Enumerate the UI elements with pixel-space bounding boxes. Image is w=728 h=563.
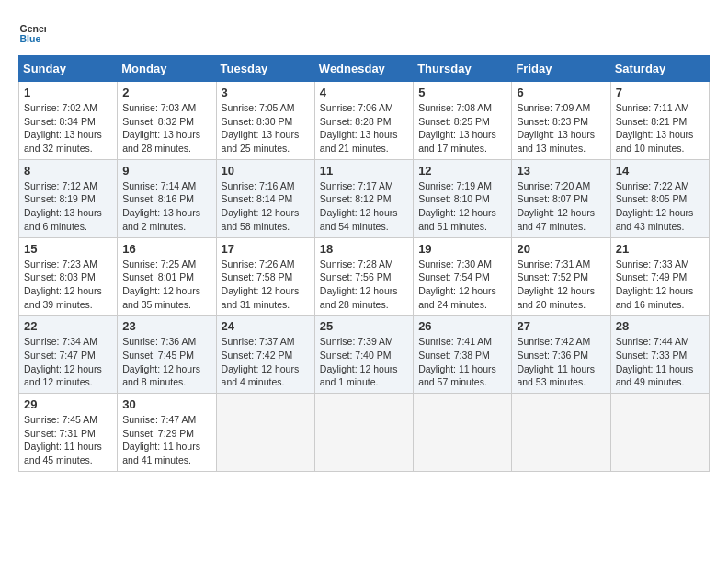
calendar-cell: 20Sunrise: 7:31 AMSunset: 7:52 PMDayligh… [512, 237, 610, 316]
day-detail: Sunrise: 7:34 AMSunset: 7:47 PMDaylight:… [24, 335, 112, 389]
calendar-cell [512, 394, 610, 472]
calendar-cell: 15Sunrise: 7:23 AMSunset: 8:03 PMDayligh… [19, 237, 118, 316]
day-of-week-header: Thursday [414, 56, 512, 82]
day-number: 8 [24, 164, 112, 178]
day-number: 16 [122, 242, 210, 256]
day-number: 3 [222, 86, 310, 99]
day-detail: Sunrise: 7:33 AMSunset: 7:49 PMDaylight:… [616, 258, 704, 312]
day-of-week-header: Saturday [610, 56, 709, 82]
day-detail: Sunrise: 7:03 AMSunset: 8:32 PMDaylight:… [122, 101, 210, 155]
calendar-cell: 30Sunrise: 7:47 AMSunset: 7:29 PMDayligh… [118, 394, 216, 472]
day-number: 30 [122, 397, 210, 411]
calendar-cell: 9Sunrise: 7:14 AMSunset: 8:16 PMDaylight… [118, 159, 216, 237]
day-detail: Sunrise: 7:16 AMSunset: 8:14 PMDaylight:… [222, 179, 310, 234]
day-number: 5 [418, 86, 506, 99]
calendar-cell: 21Sunrise: 7:33 AMSunset: 7:49 PMDayligh… [610, 237, 709, 316]
day-detail: Sunrise: 7:30 AMSunset: 7:54 PMDaylight:… [418, 258, 506, 312]
day-number: 14 [616, 164, 704, 178]
day-number: 4 [320, 86, 408, 99]
day-detail: Sunrise: 7:19 AMSunset: 8:10 PMDaylight:… [418, 179, 506, 234]
day-detail: Sunrise: 7:42 AMSunset: 7:36 PMDaylight:… [517, 335, 605, 389]
day-detail: Sunrise: 7:17 AMSunset: 8:12 PMDaylight:… [320, 179, 408, 234]
day-number: 29 [24, 397, 112, 411]
day-detail: Sunrise: 7:23 AMSunset: 8:03 PMDaylight:… [24, 258, 112, 312]
day-detail: Sunrise: 7:41 AMSunset: 7:38 PMDaylight:… [418, 335, 506, 389]
day-number: 1 [24, 86, 112, 99]
calendar-cell: 16Sunrise: 7:25 AMSunset: 8:01 PMDayligh… [118, 237, 216, 316]
day-detail: Sunrise: 7:22 AMSunset: 8:05 PMDaylight:… [616, 179, 704, 234]
day-of-week-header: Friday [512, 56, 610, 82]
calendar-week-row: 8Sunrise: 7:12 AMSunset: 8:19 PMDaylight… [19, 159, 710, 237]
day-detail: Sunrise: 7:02 AMSunset: 8:34 PMDaylight:… [24, 101, 112, 155]
calendar-cell: 6Sunrise: 7:09 AMSunset: 8:23 PMDaylight… [512, 82, 610, 160]
day-detail: Sunrise: 7:12 AMSunset: 8:19 PMDaylight:… [24, 179, 112, 234]
calendar-week-row: 22Sunrise: 7:34 AMSunset: 7:47 PMDayligh… [19, 316, 710, 394]
day-number: 2 [122, 86, 210, 99]
calendar-cell [610, 394, 709, 472]
calendar-cell: 27Sunrise: 7:42 AMSunset: 7:36 PMDayligh… [512, 316, 610, 394]
calendar-cell: 19Sunrise: 7:30 AMSunset: 7:54 PMDayligh… [414, 237, 512, 316]
calendar-cell [314, 394, 413, 472]
day-number: 28 [616, 319, 704, 333]
calendar-cell: 22Sunrise: 7:34 AMSunset: 7:47 PMDayligh… [19, 316, 118, 394]
calendar-cell: 4Sunrise: 7:06 AMSunset: 8:28 PMDaylight… [314, 82, 413, 160]
calendar-cell: 23Sunrise: 7:36 AMSunset: 7:45 PMDayligh… [118, 316, 216, 394]
day-detail: Sunrise: 7:39 AMSunset: 7:40 PMDaylight:… [320, 335, 408, 389]
day-number: 18 [320, 242, 408, 256]
calendar-header-row: SundayMondayTuesdayWednesdayThursdayFrid… [19, 56, 710, 82]
svg-text:Blue: Blue [20, 33, 41, 44]
day-of-week-header: Wednesday [314, 56, 413, 82]
calendar-cell: 7Sunrise: 7:11 AMSunset: 8:21 PMDaylight… [610, 82, 709, 160]
day-number: 12 [418, 164, 506, 178]
calendar-cell: 26Sunrise: 7:41 AMSunset: 7:38 PMDayligh… [414, 316, 512, 394]
day-number: 17 [222, 242, 310, 256]
day-of-week-header: Sunday [19, 56, 118, 82]
calendar-cell: 2Sunrise: 7:03 AMSunset: 8:32 PMDaylight… [118, 82, 216, 160]
calendar-cell: 12Sunrise: 7:19 AMSunset: 8:10 PMDayligh… [414, 159, 512, 237]
day-number: 23 [122, 319, 210, 333]
calendar-table: SundayMondayTuesdayWednesdayThursdayFrid… [18, 55, 710, 472]
calendar-cell: 11Sunrise: 7:17 AMSunset: 8:12 PMDayligh… [314, 159, 413, 237]
day-detail: Sunrise: 7:11 AMSunset: 8:21 PMDaylight:… [616, 101, 704, 155]
calendar-cell: 28Sunrise: 7:44 AMSunset: 7:33 PMDayligh… [610, 316, 709, 394]
day-detail: Sunrise: 7:28 AMSunset: 7:56 PMDaylight:… [320, 258, 408, 312]
day-detail: Sunrise: 7:08 AMSunset: 8:25 PMDaylight:… [418, 101, 506, 155]
day-detail: Sunrise: 7:25 AMSunset: 8:01 PMDaylight:… [122, 258, 210, 312]
day-detail: Sunrise: 7:06 AMSunset: 8:28 PMDaylight:… [320, 101, 408, 155]
day-detail: Sunrise: 7:14 AMSunset: 8:16 PMDaylight:… [122, 179, 210, 234]
logo: General Blue [18, 18, 50, 46]
calendar-cell: 8Sunrise: 7:12 AMSunset: 8:19 PMDaylight… [19, 159, 118, 237]
day-detail: Sunrise: 7:47 AMSunset: 7:29 PMDaylight:… [122, 413, 210, 467]
day-number: 20 [517, 242, 605, 256]
calendar-cell: 10Sunrise: 7:16 AMSunset: 8:14 PMDayligh… [216, 159, 314, 237]
calendar-cell: 5Sunrise: 7:08 AMSunset: 8:25 PMDaylight… [414, 82, 512, 160]
calendar-cell: 17Sunrise: 7:26 AMSunset: 7:58 PMDayligh… [216, 237, 314, 316]
day-number: 19 [418, 242, 506, 256]
calendar-cell: 13Sunrise: 7:20 AMSunset: 8:07 PMDayligh… [512, 159, 610, 237]
calendar-cell: 29Sunrise: 7:45 AMSunset: 7:31 PMDayligh… [19, 394, 118, 472]
day-number: 9 [122, 164, 210, 178]
day-number: 10 [222, 164, 310, 178]
day-of-week-header: Tuesday [216, 56, 314, 82]
day-detail: Sunrise: 7:31 AMSunset: 7:52 PMDaylight:… [517, 258, 605, 312]
day-number: 25 [320, 319, 408, 333]
day-detail: Sunrise: 7:20 AMSunset: 8:07 PMDaylight:… [517, 179, 605, 234]
calendar-cell: 25Sunrise: 7:39 AMSunset: 7:40 PMDayligh… [314, 316, 413, 394]
page-header: General Blue [18, 18, 710, 46]
day-number: 11 [320, 164, 408, 178]
calendar-week-row: 29Sunrise: 7:45 AMSunset: 7:31 PMDayligh… [19, 394, 710, 472]
day-of-week-header: Monday [118, 56, 216, 82]
day-detail: Sunrise: 7:45 AMSunset: 7:31 PMDaylight:… [24, 413, 112, 467]
day-number: 6 [517, 86, 605, 99]
day-detail: Sunrise: 7:05 AMSunset: 8:30 PMDaylight:… [222, 101, 310, 155]
calendar-cell [414, 394, 512, 472]
day-detail: Sunrise: 7:26 AMSunset: 7:58 PMDaylight:… [222, 258, 310, 312]
day-detail: Sunrise: 7:37 AMSunset: 7:42 PMDaylight:… [222, 335, 310, 389]
calendar-cell: 3Sunrise: 7:05 AMSunset: 8:30 PMDaylight… [216, 82, 314, 160]
day-number: 21 [616, 242, 704, 256]
day-number: 26 [418, 319, 506, 333]
calendar-cell: 18Sunrise: 7:28 AMSunset: 7:56 PMDayligh… [314, 237, 413, 316]
day-number: 22 [24, 319, 112, 333]
day-number: 15 [24, 242, 112, 256]
calendar-cell [216, 394, 314, 472]
